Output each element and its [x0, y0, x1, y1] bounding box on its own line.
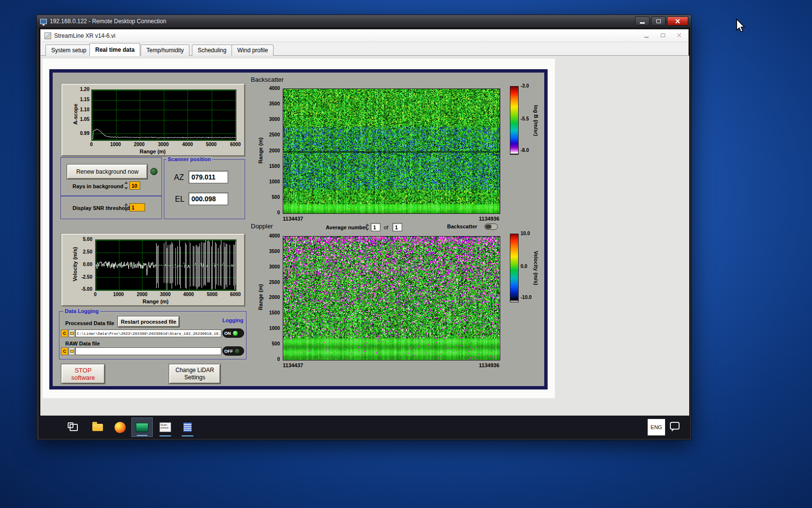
doppler-title: Doppler	[251, 223, 273, 230]
active-app-indicator	[137, 435, 147, 436]
vi-icon	[44, 32, 51, 39]
snr-threshold-value[interactable]: 1	[130, 203, 145, 211]
tab-scheduling[interactable]: Scheduling	[192, 45, 232, 56]
ascope-graph	[91, 90, 236, 141]
task-view-button[interactable]	[63, 418, 84, 437]
doppler-ytick: 2500	[261, 280, 280, 285]
average-number-field[interactable]: 1	[371, 223, 380, 231]
rays-spinner-arrows[interactable]	[124, 181, 129, 190]
change-lidar-settings-button[interactable]: Change LiDAR Settings	[169, 364, 220, 384]
processed-data-file-label: Processed Data file	[65, 320, 115, 326]
processed-path-field[interactable]: C:\Lidar\Data\Proc\2023\202309\20230918\…	[75, 329, 221, 337]
app-titlebar[interactable]: StreamLine XR v14-6.vi ✕	[41, 30, 688, 42]
logging-label: Logging	[221, 317, 245, 323]
ascope-x-axis-label: Range (m)	[140, 149, 166, 154]
velocity-ytick: 0.00	[72, 262, 92, 267]
data-logging-box: Data Logging Processed Data file Restart…	[59, 311, 246, 359]
rdp-restore-button[interactable]	[651, 16, 666, 26]
data-logging-title: Data Logging	[63, 308, 100, 314]
app-close-button[interactable]: ✕	[675, 31, 683, 39]
rays-in-background-value[interactable]: 10	[130, 181, 140, 190]
tab-real-time-data[interactable]: Real time data	[89, 43, 140, 56]
raw-logging-led	[234, 348, 240, 354]
snr-spinner-arrows[interactable]	[124, 203, 129, 211]
scan-scheduler-button[interactable]: Scan sched	[155, 418, 176, 437]
velocity-ytick: -5.00	[72, 286, 92, 292]
snr-threshold-box: Display SNR threshold 1	[60, 196, 162, 219]
doppler-ytick: 4000	[261, 233, 280, 239]
ascope-xtick: 1000	[106, 142, 125, 147]
snr-threshold-label: Display SNR threshold	[72, 205, 130, 211]
firefox-button[interactable]	[109, 418, 130, 437]
firefox-icon	[115, 422, 126, 433]
drive-select-button[interactable]: C	[61, 329, 68, 337]
minimize-icon	[640, 22, 645, 24]
doppler-ytick: 1500	[261, 310, 280, 315]
app-minimize-button[interactable]	[642, 31, 651, 39]
scanner-position-title: Scanner position	[166, 156, 212, 162]
front-panel: A-scope 1.20 1.15 1.10 1.05 0.99 0 1000 …	[49, 69, 548, 389]
app-restore-button[interactable]	[658, 31, 667, 39]
drive-select-button[interactable]: C	[61, 347, 68, 355]
restore-icon	[661, 33, 665, 37]
chat-icon[interactable]	[670, 422, 680, 430]
backscatter-ytick: 0	[261, 210, 280, 215]
rdp-minimize-button[interactable]	[635, 16, 650, 26]
backscatter-display-toggle[interactable]	[484, 224, 498, 230]
average-spinner-arrows[interactable]	[365, 224, 370, 231]
backscatter-heatmap	[283, 89, 500, 214]
document-app-button[interactable]	[177, 418, 198, 437]
velocity-plot-box: Velocity (m/s) 5.00 2.50 0.00 -2.50 -5.0…	[61, 234, 245, 306]
stop-button-line2: software	[71, 374, 95, 381]
ascope-ytick: 0.99	[73, 131, 89, 136]
backscatter-cb-tick: -8.0	[521, 148, 529, 153]
el-value-field[interactable]: 000.098	[188, 193, 228, 205]
renew-background-button[interactable]: Renew background now	[67, 164, 147, 179]
app-window: StreamLine XR v14-6.vi ✕ System setup Re…	[40, 29, 689, 416]
ascope-xtick: 5000	[202, 142, 221, 147]
rdp-titlebar[interactable]: 192.168.0.122 - Remote Desktop Connectio…	[37, 15, 691, 28]
tab-strip: System setup Real time data Temp/humidit…	[41, 43, 688, 56]
az-value-field[interactable]: 079.011	[188, 171, 228, 183]
tab-temp-humidity[interactable]: Temp/humidity	[141, 45, 189, 56]
ascope-xtick: 0	[82, 142, 101, 147]
open-app-indicator	[182, 435, 193, 436]
close-icon: ✕	[675, 18, 681, 25]
doppler-heatmap	[283, 236, 500, 360]
ascope-xtick: 2000	[130, 142, 149, 147]
renew-background-led[interactable]	[150, 168, 158, 175]
backscatter-ytick: 500	[261, 194, 280, 200]
stop-button-line1: STOP	[74, 367, 91, 374]
processed-logging-led	[232, 330, 238, 336]
backscatter-ytick: 3500	[261, 101, 280, 106]
doppler-x-end: 1134936	[465, 362, 499, 368]
rdp-close-button[interactable]: ✕	[667, 16, 688, 26]
backscatter-title: Backscatter	[251, 76, 284, 83]
doppler-ytick: 1000	[261, 326, 280, 331]
stop-software-button[interactable]: STOP software	[61, 364, 105, 384]
processed-toggle-label: ON	[224, 331, 231, 336]
raw-path-field[interactable]	[75, 347, 221, 355]
velocity-ytick: -2.50	[72, 274, 92, 280]
raw-data-file-label: RAW Data file	[65, 341, 100, 346]
backscatter-colorbar	[510, 86, 519, 155]
tab-wind-profile[interactable]: Wind profile	[232, 45, 274, 56]
file-explorer-button[interactable]	[87, 418, 108, 437]
language-indicator[interactable]: ENG	[648, 419, 665, 435]
rays-in-background-label: Rays in background	[72, 183, 123, 189]
tab-system-setup[interactable]: System setup	[45, 45, 92, 56]
streamline-app-button[interactable]	[131, 418, 153, 437]
browse-file-icon[interactable]	[69, 329, 75, 337]
velocity-xtick: 5000	[203, 292, 222, 297]
restart-processed-file-button[interactable]: Restart processed file	[118, 316, 179, 327]
average-count-field[interactable]: 1	[392, 223, 402, 231]
doppler-ytick: 3500	[261, 249, 280, 254]
velocity-xtick: 0	[86, 292, 105, 297]
processed-logging-toggle[interactable]: ON	[222, 329, 244, 338]
browse-file-icon[interactable]	[69, 347, 75, 355]
raw-logging-toggle[interactable]: OFF	[222, 346, 244, 356]
doppler-cb-tick: 10.0	[521, 231, 530, 236]
background-control-box: Renew background now Rays in background …	[60, 157, 162, 196]
ascope-xtick: 3000	[154, 142, 173, 147]
app-content: A-scope 1.20 1.15 1.10 1.05 0.99 0 1000 …	[41, 56, 689, 416]
